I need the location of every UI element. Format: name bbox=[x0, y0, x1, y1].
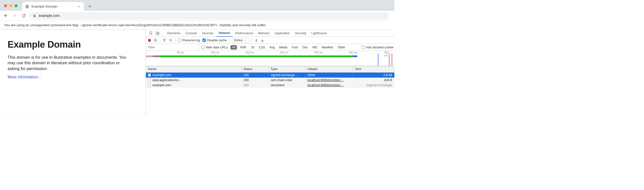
tab-title: Example Domain bbox=[31, 5, 75, 8]
devtools-tabbar: ElementsConsoleSourcesNetworkPerformance… bbox=[146, 30, 394, 37]
minimize-window-button[interactable] bbox=[9, 4, 12, 7]
filter-type-manifest[interactable]: Manifest bbox=[320, 45, 335, 50]
column-size[interactable]: Size bbox=[353, 66, 394, 72]
cell-size: (signed-exchange) bbox=[353, 83, 394, 88]
preserve-log-label: Preserve log bbox=[182, 39, 200, 42]
devtools-tab-elements[interactable]: Elements bbox=[165, 30, 183, 37]
preserve-log-checkbox[interactable]: Preserve log bbox=[178, 39, 200, 42]
devtools-tab-lighthouse[interactable]: Lighthouse bbox=[309, 30, 329, 37]
forward-button[interactable] bbox=[11, 12, 18, 19]
disable-cache-checkbox[interactable]: Disable cache bbox=[203, 39, 227, 42]
more-info-link[interactable]: More information... bbox=[8, 75, 41, 79]
cell-initiator[interactable]: localhost:8080/priv/doc/… bbox=[305, 83, 353, 88]
filter-type-ws[interactable]: WS bbox=[311, 45, 319, 50]
filter-icon[interactable] bbox=[163, 38, 166, 42]
devtools-tab-sources[interactable]: Sources bbox=[199, 30, 216, 37]
rendered-page: Example Domain This domain is for use in… bbox=[0, 30, 146, 116]
svg-rect-8 bbox=[148, 79, 151, 82]
reload-button[interactable] bbox=[20, 12, 27, 19]
globe-icon bbox=[25, 5, 29, 9]
window-controls bbox=[2, 4, 21, 11]
search-icon[interactable] bbox=[169, 38, 173, 42]
svg-point-6 bbox=[170, 39, 172, 41]
close-window-button[interactable] bbox=[4, 4, 7, 7]
device-toolbar-icon[interactable] bbox=[154, 30, 160, 36]
browser-tab-strip: Example Domain bbox=[0, 0, 394, 11]
clear-icon[interactable] bbox=[153, 38, 157, 42]
devtools-tab-memory[interactable]: Memory bbox=[256, 30, 272, 37]
cell-initiator[interactable]: localhost:8080/priv/doc/… bbox=[305, 78, 353, 83]
browser-tab[interactable]: Example Domain bbox=[22, 2, 84, 11]
download-har-icon[interactable] bbox=[261, 39, 264, 42]
table-row[interactable]: data:application/ce…200cert-chain+cborlo… bbox=[146, 78, 394, 83]
page-heading: Example Domain bbox=[8, 39, 138, 50]
column-status[interactable]: Status bbox=[242, 66, 269, 72]
column-initiator[interactable]: Initiator bbox=[305, 66, 353, 72]
table-row[interactable]: example.com200documentlocalhost:8080/pri… bbox=[146, 83, 394, 88]
devtools-panel: ElementsConsoleSourcesNetworkPerformance… bbox=[146, 30, 394, 116]
cell-initiator: Other bbox=[305, 73, 353, 78]
timeline-marker bbox=[389, 53, 389, 66]
zoom-window-button[interactable] bbox=[15, 4, 18, 7]
network-table: NameStatusTypeInitiatorSize example.com2… bbox=[146, 66, 394, 116]
cell-status: 200 bbox=[242, 73, 269, 78]
hide-data-urls-checkbox[interactable]: Hide data URLs bbox=[201, 46, 228, 49]
hide-data-urls-label: Hide data URLs bbox=[206, 46, 228, 49]
column-type[interactable]: Type bbox=[269, 66, 305, 72]
network-filterbar: Hide data URLs AllXHRJSCSSImgMediaFontDo… bbox=[146, 44, 394, 51]
devtools-tab-application[interactable]: Application bbox=[272, 30, 292, 37]
cell-size: 426 B bbox=[353, 78, 394, 83]
filter-type-img[interactable]: Img bbox=[268, 45, 276, 50]
cell-name: example.com bbox=[146, 73, 242, 78]
svg-rect-1 bbox=[34, 15, 35, 17]
browser-toolbar: example.com bbox=[0, 11, 394, 21]
devtools-tab-network[interactable]: Network bbox=[216, 30, 233, 37]
filter-type-all[interactable]: All bbox=[230, 45, 237, 50]
content-split: Example Domain This domain is for use in… bbox=[0, 30, 394, 116]
filter-type-doc[interactable]: Doc bbox=[301, 45, 309, 50]
cell-type: document bbox=[269, 83, 305, 88]
url-text: example.com bbox=[39, 14, 60, 18]
disable-cache-label: Disable cache bbox=[207, 39, 227, 42]
table-header: NameStatusTypeInitiatorSize bbox=[146, 66, 394, 73]
upload-har-icon[interactable] bbox=[255, 39, 258, 42]
infobar-warning: You are using an unsupported command-lin… bbox=[0, 21, 394, 30]
svg-rect-3 bbox=[156, 32, 158, 34]
svg-rect-7 bbox=[148, 74, 151, 77]
cell-type: signed-exchange … bbox=[269, 73, 305, 78]
devtools-tab-console[interactable]: Console bbox=[183, 30, 199, 37]
timeline-marker bbox=[378, 53, 378, 66]
filter-type-font[interactable]: Font bbox=[290, 45, 299, 50]
close-tab-button[interactable] bbox=[77, 5, 81, 8]
filter-type-xhr[interactable]: XHR bbox=[238, 45, 248, 50]
timeline-marker bbox=[392, 53, 392, 66]
svg-rect-4 bbox=[158, 32, 159, 34]
svg-rect-9 bbox=[148, 84, 151, 87]
network-timeline[interactable]: 50 ms100 ms150 ms200 ms250 ms300 ms350 m… bbox=[146, 51, 394, 66]
back-button[interactable] bbox=[2, 12, 9, 19]
cell-size: 2.8 kB bbox=[353, 73, 394, 78]
inspect-element-icon[interactable] bbox=[148, 30, 154, 36]
column-name[interactable]: Name bbox=[146, 66, 242, 72]
filter-type-other[interactable]: Other bbox=[336, 45, 347, 50]
throttle-value: Online bbox=[234, 39, 243, 42]
cell-status: 200 bbox=[242, 78, 269, 83]
address-bar[interactable]: example.com bbox=[29, 12, 389, 19]
has-blocked-cookies-checkbox[interactable]: Has blocked cookie bbox=[362, 46, 394, 49]
record-button[interactable] bbox=[148, 39, 151, 42]
filter-type-js[interactable]: JS bbox=[249, 45, 256, 50]
lock-icon bbox=[33, 14, 36, 17]
filter-type-media[interactable]: Media bbox=[278, 45, 289, 50]
devtools-tab-security[interactable]: Security bbox=[293, 30, 309, 37]
table-row[interactable]: example.com200signed-exchange …Other2.8 … bbox=[146, 73, 394, 78]
filter-type-css[interactable]: CSS bbox=[257, 45, 267, 50]
cell-status: 200 bbox=[242, 83, 269, 88]
devtools-tab-performance[interactable]: Performance bbox=[233, 30, 256, 37]
page-paragraph: This domain is for use in illustrative e… bbox=[8, 54, 128, 71]
filter-input[interactable] bbox=[146, 44, 199, 51]
cell-name: example.com bbox=[146, 83, 242, 88]
cell-type: cert-chain+cbor bbox=[269, 78, 305, 83]
throttling-select[interactable]: Online bbox=[232, 38, 250, 43]
chevron-down-icon bbox=[243, 39, 248, 42]
new-tab-button[interactable] bbox=[86, 3, 93, 10]
